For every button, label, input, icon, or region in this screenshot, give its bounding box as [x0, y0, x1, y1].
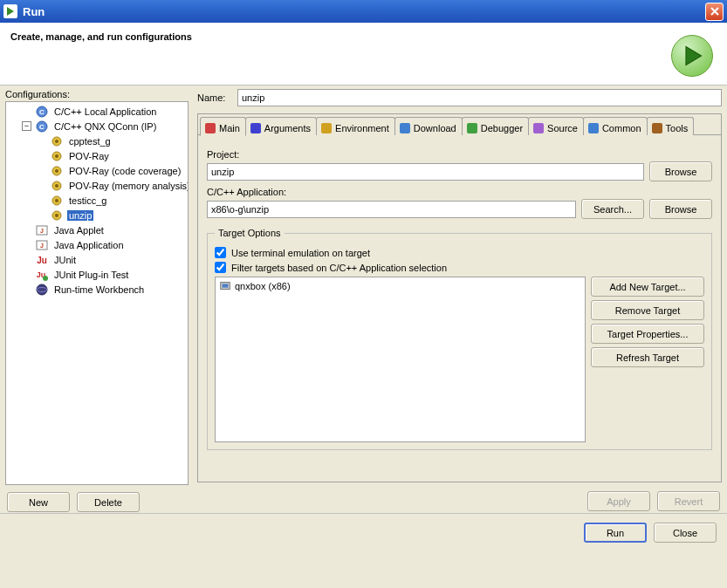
- tree-item[interactable]: testicc_g: [6, 193, 188, 208]
- tab-icon: [204, 122, 216, 134]
- target-item-label: qnxbox (x86): [235, 281, 291, 291]
- tree-item-label: JUnit: [52, 255, 78, 265]
- gear-icon: [50, 179, 64, 193]
- tab-label: Debugger: [481, 123, 523, 133]
- svg-text:C: C: [39, 123, 45, 131]
- project-input[interactable]: [207, 163, 644, 181]
- configurations-tree[interactable]: CC/C++ Local Application−CC/C++ QNX QCon…: [5, 101, 189, 485]
- tree-item[interactable]: −CC/C++ QNX QConn (IP): [6, 119, 188, 133]
- tab-tools[interactable]: Tools: [647, 117, 695, 135]
- svg-text:J: J: [40, 243, 44, 249]
- window-close-button[interactable]: [705, 3, 724, 21]
- svg-marker-1: [686, 47, 702, 65]
- filter-targets-checkbox[interactable]: [215, 262, 226, 273]
- tab-source[interactable]: Source: [528, 117, 584, 135]
- svg-rect-28: [250, 123, 261, 133]
- tree-item[interactable]: POV-Ray: [6, 148, 188, 163]
- close-icon: [710, 6, 720, 17]
- svg-text:J: J: [40, 228, 44, 234]
- gear-icon: [50, 194, 64, 208]
- tab-label: Source: [547, 123, 578, 133]
- svg-point-11: [55, 169, 58, 173]
- delete-button[interactable]: Delete: [77, 492, 140, 512]
- svg-text:Ju: Ju: [37, 256, 47, 265]
- tree-item[interactable]: JJava Application: [6, 237, 188, 252]
- tree-item-label: cpptest_g: [67, 136, 113, 147]
- svg-point-7: [55, 140, 58, 143]
- application-search-button[interactable]: Search...: [581, 199, 644, 219]
- tab-label: Download: [414, 123, 456, 133]
- tab-arguments[interactable]: Arguments: [245, 117, 317, 135]
- apply-button[interactable]: Apply: [587, 491, 650, 511]
- expander-icon[interactable]: −: [22, 121, 31, 131]
- tree-item[interactable]: cpptest_g: [6, 133, 188, 148]
- target-options-group: Target Options Use terminal emulation on…: [207, 228, 712, 450]
- tab-main[interactable]: Main: [200, 117, 246, 136]
- c-app-icon: C: [35, 120, 49, 133]
- svg-text:C: C: [39, 108, 45, 116]
- target-item[interactable]: qnxbox (x86): [217, 279, 583, 293]
- svg-rect-34: [652, 123, 662, 133]
- tree-item-label: Run-time Workbench: [52, 284, 146, 295]
- tree-item[interactable]: CC/C++ Local Application: [6, 104, 188, 119]
- c-app-icon: C: [35, 105, 49, 119]
- new-button[interactable]: New: [7, 492, 70, 512]
- tree-item-label: POV-Ray (code coverage): [67, 166, 182, 176]
- svg-point-25: [37, 284, 47, 295]
- tree-item[interactable]: JJava Applet: [6, 222, 188, 237]
- add-target-button[interactable]: Add New Target...: [591, 277, 704, 297]
- tab-icon: [466, 122, 478, 134]
- svg-rect-33: [588, 123, 599, 133]
- svg-point-15: [55, 199, 58, 202]
- use-terminal-checkbox[interactable]: [215, 247, 226, 258]
- tree-item[interactable]: POV-Ray (code coverage): [6, 163, 188, 178]
- tree-item-label: C/C++ Local Application: [52, 106, 158, 117]
- tree-item[interactable]: POV-Ray (memory analysis): [6, 178, 188, 193]
- dialog-footer: Run Close: [0, 513, 727, 555]
- window-title: Run: [23, 5, 45, 18]
- tree-item[interactable]: unzip: [6, 208, 188, 222]
- tab-debugger[interactable]: Debugger: [462, 117, 529, 135]
- svg-rect-36: [223, 284, 229, 287]
- tab-icon: [399, 122, 411, 134]
- tab-icon: [250, 122, 262, 134]
- svg-rect-31: [467, 123, 477, 133]
- run-button[interactable]: Run: [584, 523, 647, 543]
- name-input[interactable]: [237, 89, 722, 106]
- gear-icon: [50, 149, 64, 163]
- project-browse-button[interactable]: Browse: [649, 161, 712, 181]
- tab-icon: [532, 122, 545, 134]
- target-options-legend: Target Options: [215, 228, 285, 238]
- junit-icon: Ju: [35, 253, 49, 267]
- tree-item[interactable]: JuJUnit Plug-in Test: [6, 267, 188, 282]
- refresh-target-button[interactable]: Refresh Target: [591, 347, 704, 367]
- tree-item-label: C/C++ QNX QConn (IP): [52, 121, 158, 132]
- header-title: Create, manage, and run configurations: [10, 31, 671, 42]
- filter-targets-label: Filter targets based on C/C++ Applicatio…: [231, 263, 447, 273]
- tab-download[interactable]: Download: [394, 117, 463, 135]
- workbench-icon: [35, 283, 49, 297]
- tab-common[interactable]: Common: [583, 117, 648, 135]
- application-browse-button[interactable]: Browse: [649, 199, 712, 219]
- run-icon: [671, 35, 713, 77]
- svg-point-9: [55, 154, 58, 158]
- tree-item[interactable]: Run-time Workbench: [6, 282, 188, 297]
- tree-item[interactable]: JuJUnit: [6, 252, 188, 267]
- target-list[interactable]: qnxbox (x86): [215, 277, 586, 442]
- title-bar: Run: [0, 0, 727, 23]
- svg-rect-27: [205, 123, 216, 133]
- close-button[interactable]: Close: [654, 523, 717, 543]
- tab-main-content: Project: Browse C/C++ Application: Searc…: [198, 135, 721, 482]
- application-input[interactable]: [207, 201, 576, 218]
- target-properties-button[interactable]: Target Properties...: [591, 324, 704, 344]
- name-label: Name:: [197, 92, 237, 103]
- remove-target-button[interactable]: Remove Target: [591, 300, 704, 320]
- tree-item-label: Java Application: [52, 240, 126, 250]
- svg-rect-30: [400, 123, 410, 133]
- revert-button[interactable]: Revert: [657, 491, 720, 511]
- tab-icon: [587, 122, 600, 134]
- tab-environment[interactable]: Environment: [316, 117, 395, 135]
- tree-item-label: testicc_g: [67, 195, 108, 206]
- svg-point-24: [43, 276, 48, 281]
- project-label: Project:: [207, 149, 712, 160]
